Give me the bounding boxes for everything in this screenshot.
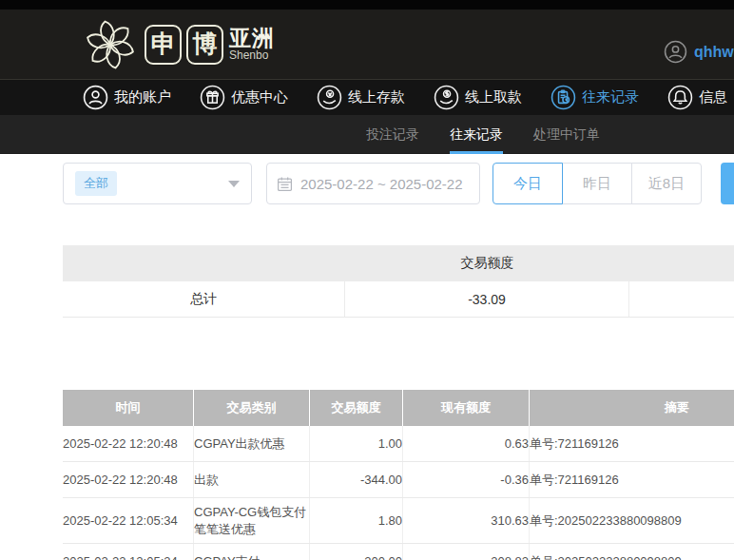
nav-label: 我的账户 <box>114 88 171 106</box>
cell-amount: 300.00 <box>310 544 403 560</box>
summary-header-empty <box>63 245 345 281</box>
col-header-note: 摘要 <box>530 390 734 426</box>
tab-label: 投注记录 <box>366 126 419 144</box>
nav-label: 信息 <box>699 88 727 106</box>
cell-time: 2025-02-22 12:20:48 <box>63 426 194 461</box>
cell-amount: 1.00 <box>310 426 403 461</box>
table-row: 2025-02-22 12:20:48CGPAY出款优惠1.000.63单号:7… <box>63 426 734 462</box>
top-strip <box>0 0 734 10</box>
nav-item-messages[interactable]: 信息 <box>667 85 727 110</box>
nav-label: 线上存款 <box>348 88 405 106</box>
table-row: 2025-02-22 12:05:34CGPAY支付300.00308.83单号… <box>63 544 734 560</box>
summary-total-value: -33.09 <box>345 281 629 317</box>
caret-down-icon <box>228 181 240 187</box>
sub-nav: 投注记录 往来记录 处理中订单 <box>0 115 734 154</box>
transactions-header-row: 时间 交易类别 交易额度 现有额度 摘要 <box>63 390 734 426</box>
cell-amount: -344.00 <box>310 462 403 497</box>
cell-note: 单号:202502233880098809 <box>530 498 734 543</box>
flower-logo-icon <box>81 17 140 72</box>
selected-type-chip[interactable]: 全部 <box>75 171 117 196</box>
records-clipboard-icon <box>550 85 576 110</box>
summary-empty-cell <box>629 281 734 317</box>
quick-label: 近8日 <box>648 175 685 193</box>
quick-label: 昨日 <box>583 175 611 193</box>
cell-note: 单号:721169126 <box>530 462 734 497</box>
quick-date-buttons: 今日 昨日 近8日 <box>493 163 702 204</box>
transactions-table-body: 2025-02-22 12:20:48CGPAY出款优惠1.000.63单号:7… <box>63 426 734 560</box>
cell-note: 单号:721169126 <box>530 426 734 461</box>
col-header-type: 交易类别 <box>194 390 310 426</box>
gift-icon <box>200 85 225 110</box>
cell-time: 2025-02-22 12:05:34 <box>63 498 194 543</box>
bell-icon <box>667 85 693 110</box>
logo-subtitle: Shenbo <box>229 49 275 62</box>
summary-header-row: 交易额度 <box>63 245 734 281</box>
col-header-amount: 交易额度 <box>310 390 403 426</box>
cell-type: CGPAY-CG钱包支付笔笔送优惠 <box>194 498 310 543</box>
user-avatar-icon <box>664 40 687 64</box>
tab-label: 往来记录 <box>450 126 503 144</box>
cell-note: 单号:202502233880098809 <box>530 544 734 560</box>
logo-wordmark: 亚洲 Shenbo <box>229 27 275 62</box>
yesterday-button[interactable]: 昨日 <box>562 163 632 204</box>
username-text[interactable]: qhhw <box>694 44 734 61</box>
logo-region-text: 亚洲 <box>229 27 275 49</box>
cell-balance: -0.36 <box>403 462 530 497</box>
type-select[interactable]: 全部 <box>63 163 252 204</box>
cell-type: 出款 <box>194 462 310 497</box>
nav-item-withdraw[interactable]: 线上取款 <box>434 85 522 110</box>
nav-item-my-account[interactable]: 我的账户 <box>83 85 171 110</box>
nav-item-records[interactable]: 往来记录 <box>550 85 639 110</box>
person-icon <box>83 85 108 110</box>
last-8-days-button[interactable]: 近8日 <box>631 163 702 204</box>
cell-balance: 310.63 <box>403 498 530 543</box>
date-range-value: 2025-02-22 ~ 2025-02-22 <box>300 176 463 192</box>
logo-char-1: 申 <box>151 28 176 61</box>
brand-logo[interactable]: 申 博 亚洲 Shenbo <box>81 17 275 72</box>
tab-processing-orders[interactable]: 处理中订单 <box>533 115 600 154</box>
nav-label: 往来记录 <box>582 88 639 106</box>
date-range-input[interactable]: 2025-02-22 ~ 2025-02-22 <box>266 163 480 204</box>
col-header-time: 时间 <box>63 390 194 426</box>
col-header-balance: 现有额度 <box>403 390 530 426</box>
cell-amount: 1.80 <box>310 498 403 543</box>
nav-item-deposit[interactable]: 线上存款 <box>317 85 405 110</box>
withdraw-coin-icon <box>434 85 459 110</box>
nav-item-promotions[interactable]: 优惠中心 <box>200 85 288 110</box>
table-row: 2025-02-22 12:05:34CGPAY-CG钱包支付笔笔送优惠1.80… <box>63 498 734 544</box>
cell-time: 2025-02-22 12:20:48 <box>63 462 194 497</box>
logo-char-box: 博 <box>186 25 223 65</box>
query-button[interactable] <box>721 163 734 204</box>
cell-balance: 0.63 <box>403 426 530 461</box>
cell-time: 2025-02-22 12:05:34 <box>63 544 194 560</box>
user-account[interactable]: qhhw <box>664 40 734 64</box>
nav-label: 线上取款 <box>465 88 522 106</box>
table-row: 2025-02-22 12:20:48出款-344.00-0.36单号:7211… <box>63 462 734 498</box>
site-header: 申 博 亚洲 Shenbo qhhw <box>0 10 734 79</box>
tab-label: 处理中订单 <box>533 126 600 144</box>
deposit-coin-icon <box>317 85 342 110</box>
cell-balance: 308.83 <box>403 544 530 560</box>
summary-table: 交易额度 总计 -33.09 <box>63 245 734 318</box>
summary-total-label: 总计 <box>63 281 345 317</box>
logo-char-2: 博 <box>193 28 218 61</box>
today-button[interactable]: 今日 <box>493 163 563 204</box>
nav-label: 优惠中心 <box>231 88 288 106</box>
calendar-icon <box>277 176 293 192</box>
transactions-table: 时间 交易类别 交易额度 现有额度 摘要 2025-02-22 12:20:48… <box>63 390 734 560</box>
summary-amount-header: 交易额度 <box>345 245 629 281</box>
cell-type: CGPAY支付 <box>194 544 310 560</box>
summary-header-empty <box>629 245 734 281</box>
tab-transaction-records[interactable]: 往来记录 <box>450 115 503 154</box>
cell-type: CGPAY出款优惠 <box>194 426 310 461</box>
summary-total-row: 总计 -33.09 <box>63 281 734 318</box>
quick-label: 今日 <box>513 175 542 193</box>
main-nav: 我的账户 优惠中心 线上存款 线上取款 <box>0 79 734 115</box>
logo-char-box: 申 <box>145 25 182 65</box>
tab-betting-records[interactable]: 投注记录 <box>366 115 419 154</box>
